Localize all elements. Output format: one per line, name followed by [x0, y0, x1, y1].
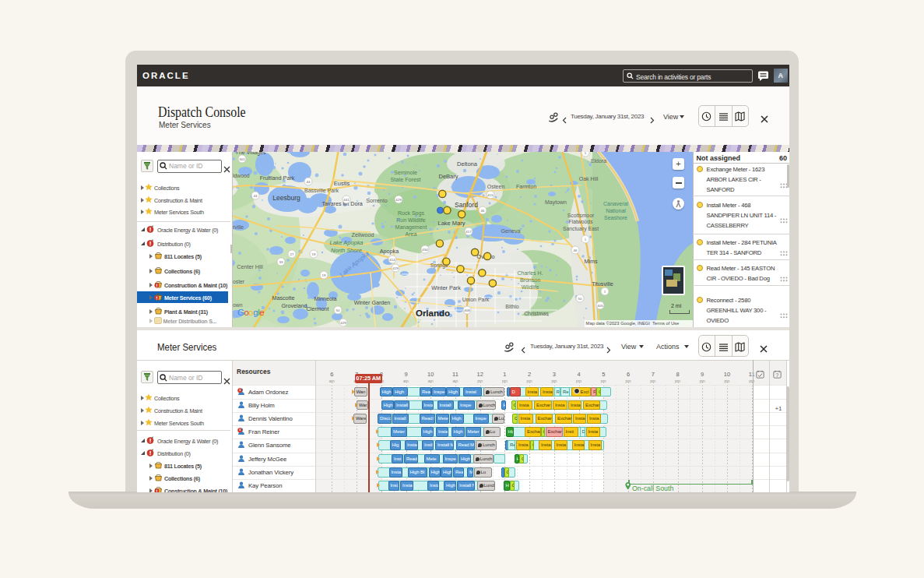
svg-text:Sanford: Sanford: [455, 201, 478, 209]
svg-text:Titusville: Titusville: [592, 280, 613, 287]
svg-text:405: 405: [597, 304, 603, 308]
svg-text:Canaveral: Canaveral: [603, 201, 628, 206]
svg-text:Scottsmoor: Scottsmoor: [567, 213, 595, 218]
svg-text:?: ?: [775, 372, 778, 378]
svg-text:46: 46: [481, 209, 485, 213]
svg-text:North Shore: North Shore: [331, 247, 362, 254]
svg-text:Farmton: Farmton: [516, 184, 536, 189]
svg-text:Mims: Mims: [584, 258, 598, 265]
svg-text:State Forest: State Forest: [390, 176, 420, 183]
svg-text:Leesburg: Leesburg: [272, 194, 300, 202]
svg-text:417: 417: [466, 230, 472, 234]
svg-text:Seminole: Seminole: [394, 169, 417, 176]
svg-text:DeBary: DeBary: [438, 173, 458, 180]
svg-text:Maytown: Maytown: [545, 199, 567, 206]
svg-text:Orlando: Orlando: [416, 308, 450, 318]
svg-text:44: 44: [254, 194, 258, 198]
svg-text:429: 429: [340, 321, 346, 325]
svg-text:ldwood: ldwood: [233, 173, 250, 178]
svg-text:Zellwood: Zellwood: [352, 231, 374, 238]
svg-text:Rock Spgs: Rock Spgs: [398, 210, 424, 217]
svg-text:Winter Garden: Winter Garden: [354, 299, 391, 306]
svg-text:Mascotte: Mascotte: [272, 294, 294, 301]
svg-text:Lake Apopka: Lake Apopka: [330, 239, 364, 246]
svg-text:408: 408: [464, 308, 470, 312]
svg-text:Run Wildlife: Run Wildlife: [396, 217, 425, 223]
svg-text:434: 434: [422, 248, 428, 252]
svg-text:27: 27: [290, 252, 294, 256]
svg-text:Eldora: Eldora: [591, 158, 606, 164]
svg-text:Management: Management: [395, 224, 427, 231]
svg-text:19: 19: [322, 273, 326, 277]
svg-text:Tavares: Tavares: [321, 200, 342, 207]
svg-text:Winter Park: Winter Park: [431, 284, 461, 291]
svg-text:Seashore: Seashore: [604, 215, 627, 220]
svg-text:Groveland: Groveland: [281, 302, 307, 309]
svg-text:Wildlife: Wildlife: [522, 284, 539, 290]
svg-text:46: 46: [574, 248, 578, 252]
svg-text:Bassville Park: Bassville Park: [304, 188, 339, 193]
svg-text:Oak Hill: Oak Hill: [579, 176, 599, 182]
svg-text:Eustis: Eustis: [334, 180, 350, 187]
svg-text:oster: oster: [233, 279, 245, 284]
svg-text:Bithlo: Bithlo: [505, 304, 519, 309]
svg-text:own: own: [233, 302, 243, 308]
svg-text:414: 414: [389, 258, 395, 262]
svg-text:Clermont: Clermont: [306, 305, 328, 312]
svg-text:National: National: [606, 208, 626, 213]
svg-text:Lake Mary: Lake Mary: [437, 220, 465, 227]
svg-text:Christmas: Christmas: [524, 311, 549, 316]
svg-text:44: 44: [307, 180, 311, 184]
svg-text:Minneola: Minneola: [314, 295, 336, 302]
svg-text:Bronson: Bronson: [520, 277, 540, 283]
svg-text:Area: Area: [406, 231, 417, 237]
svg-text:Osteen: Osteen: [487, 184, 505, 189]
svg-text:33: 33: [279, 260, 283, 264]
svg-text:Charles H.: Charles H.: [517, 270, 543, 276]
svg-text:Sorrento: Sorrento: [366, 197, 388, 204]
svg-text:Center Hill: Center Hill: [237, 263, 263, 270]
svg-text:415: 415: [487, 193, 494, 197]
svg-text:50: 50: [578, 297, 582, 301]
svg-text:Deltona: Deltona: [457, 160, 478, 167]
svg-text:Geneva: Geneva: [501, 227, 520, 234]
svg-text:rville: rville: [233, 224, 244, 230]
svg-text:441: 441: [343, 198, 350, 202]
svg-text:Union Park: Union Park: [462, 297, 490, 302]
svg-text:19: 19: [312, 252, 316, 256]
svg-text:301: 301: [239, 157, 245, 161]
svg-text:Sanctuary East: Sanctuary East: [563, 226, 599, 232]
svg-text:Fruitland Park: Fruitland Park: [260, 174, 295, 182]
svg-text:429: 429: [395, 198, 402, 202]
svg-text:Apopka: Apopka: [380, 248, 399, 255]
svg-text:429: 429: [392, 266, 399, 270]
svg-text:50: 50: [336, 308, 340, 312]
svg-text:Flatwoods: Flatwoods: [569, 219, 594, 224]
